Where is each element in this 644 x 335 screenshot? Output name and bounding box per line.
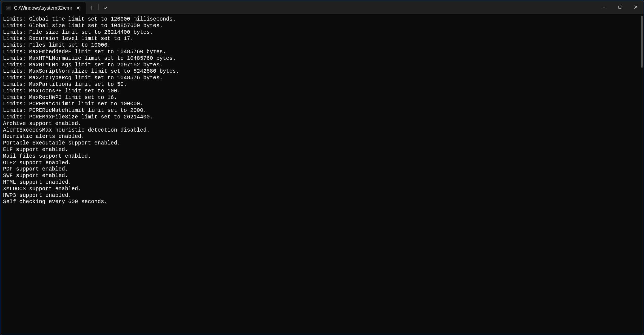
tab-dropdown-button[interactable] (99, 2, 111, 14)
output-line: Limits: MaxPartitions limit set to 50. (3, 81, 641, 88)
terminal-body[interactable]: Limits: Global time limit set to 120000 … (0, 14, 644, 335)
output-line: SWF support enabled. (3, 173, 641, 179)
tab-close-button[interactable] (74, 4, 82, 12)
output-line: Limits: MaxHTMLNormalize limit set to 10… (3, 55, 641, 62)
cmd-icon: C:\ (6, 5, 11, 11)
output-line: Portable Executable support enabled. (3, 140, 641, 147)
new-tab-button[interactable] (86, 2, 98, 14)
output-line: Limits: Files limit set to 10000. (3, 42, 641, 49)
window-controls (596, 0, 644, 14)
output-line: HWP3 support enabled. (3, 192, 641, 199)
terminal-window: C:\ C:\Windows\system32\cmd.e (0, 0, 644, 335)
output-line: Limits: Recursion level limit set to 17. (3, 36, 641, 42)
output-line: XMLDOCS support enabled. (3, 186, 641, 192)
output-line: ELF support enabled. (3, 147, 641, 153)
output-line: Limits: PCRERecMatchLimit limit set to 2… (3, 107, 641, 114)
titlebar[interactable]: C:\ C:\Windows\system32\cmd.e (0, 0, 644, 14)
output-line: OLE2 support enabled. (3, 160, 641, 166)
cursor-line (3, 205, 641, 212)
output-line: Limits: MaxScriptNormalize limit set to … (3, 68, 641, 75)
titlebar-drag-region[interactable] (111, 0, 596, 14)
output-line: Limits: MaxRecHWP3 limit set to 16. (3, 95, 641, 101)
output-line: Limits: PCREMaxFileSize limit set to 262… (3, 114, 641, 121)
output-line: Limits: MaxEmbeddedPE limit set to 10485… (3, 49, 641, 55)
output-line: Limits: Global time limit set to 120000 … (3, 16, 641, 23)
output-line: AlertExceedsMax heuristic detection disa… (3, 127, 641, 134)
terminal-output: Limits: Global time limit set to 120000 … (0, 14, 644, 214)
tab-cmd[interactable]: C:\ C:\Windows\system32\cmd.e (2, 2, 86, 14)
tab-area: C:\ C:\Windows\system32\cmd.e (0, 0, 111, 14)
output-line: Mail files support enabled. (3, 153, 641, 160)
scrollbar-thumb[interactable] (641, 16, 643, 68)
output-line: Self checking every 600 seconds. (3, 199, 641, 205)
minimize-button[interactable] (596, 0, 612, 14)
output-line: Limits: File size limit set to 26214400 … (3, 29, 641, 36)
output-line: HTML support enabled. (3, 179, 641, 186)
maximize-button[interactable] (612, 0, 628, 14)
output-line: Archive support enabled. (3, 121, 641, 127)
output-line: Limits: MaxZipTypeRcg limit set to 10485… (3, 75, 641, 81)
output-line: Limits: MaxIconsPE limit set to 100. (3, 88, 641, 95)
output-line: Limits: Global size limit set to 1048576… (3, 23, 641, 29)
svg-text:C:\: C:\ (7, 7, 10, 9)
tab-divider (98, 4, 99, 10)
output-line: PDF support enabled. (3, 166, 641, 173)
output-line: Limits: PCREMatchLimit limit set to 1000… (3, 101, 641, 107)
output-line: Limits: MaxHTMLNoTags limit set to 20971… (3, 62, 641, 69)
output-line: Heuristic alerts enabled. (3, 134, 641, 140)
svg-rect-7 (619, 6, 621, 8)
tab-title: C:\Windows\system32\cmd.e (14, 5, 72, 11)
close-button[interactable] (628, 0, 644, 14)
